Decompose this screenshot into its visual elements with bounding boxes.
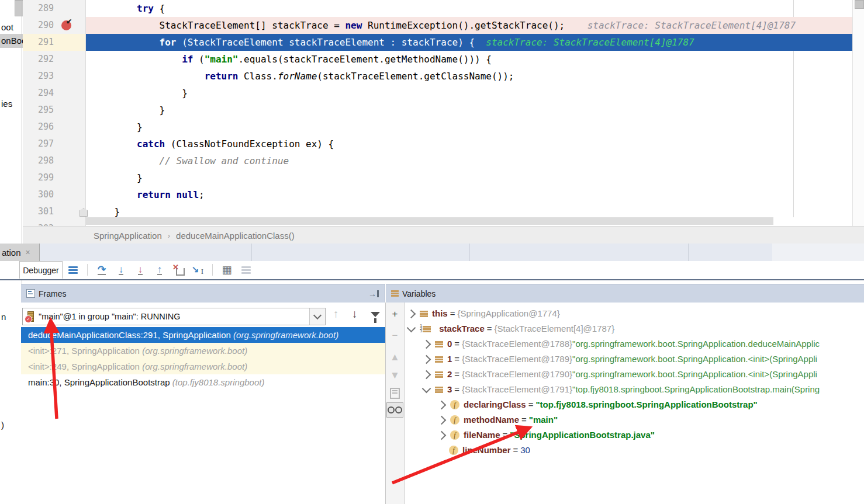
code-line[interactable]: return null; — [86, 186, 205, 203]
variable-value: "main" — [529, 412, 558, 427]
project-tree-item-fragment[interactable]: ) — [1, 420, 4, 430]
variable-name: stackTrace — [439, 321, 485, 336]
project-tree-item-fragment[interactable]: oot — [1, 22, 13, 32]
variable-value: {StackTraceElement@1791} — [462, 382, 572, 397]
debugger-toolbar-row: Debugger ↷↓↓↑✕↘I▦ — [0, 261, 864, 280]
drop-frame-icon[interactable]: ✕ — [172, 263, 186, 277]
code-line[interactable]: return Class.forName(stackTraceElement.g… — [86, 68, 514, 85]
object-icon — [435, 340, 443, 348]
step-into-icon[interactable]: ↓ — [114, 263, 128, 277]
tree-chevron-icon[interactable] — [422, 339, 431, 349]
stack-frame-row[interactable]: <init>:249, SpringApplication (org.sprin… — [21, 359, 385, 374]
stack-frame-row[interactable]: <init>:271, SpringApplication (org.sprin… — [21, 343, 385, 359]
threads-menu-icon[interactable] — [66, 263, 80, 277]
code-line[interactable]: catch (ClassNotFoundException ex) { — [86, 135, 334, 152]
variable-row[interactable]: 123stackTrace={StackTraceElement[4]@1787… — [405, 321, 864, 336]
variable-row[interactable]: this={SpringApplication@1774} — [405, 306, 864, 321]
code-line[interactable]: for (StackTraceElement stackTraceElement… — [86, 34, 694, 51]
editor-vscrollbar-thumb[interactable] — [855, 0, 864, 9]
add-watch-icon[interactable]: + — [386, 307, 404, 321]
tab-debugger-label: Debugger — [23, 266, 59, 275]
breadcrumb-class[interactable]: SpringApplication — [94, 231, 162, 241]
breadcrumb-separator-icon: › — [168, 231, 170, 240]
run-config-tab[interactable]: ation × — [0, 244, 40, 261]
stack-frame-row[interactable]: deduceMainApplicationClass:291, SpringAp… — [21, 327, 385, 343]
code-line[interactable]: } — [86, 102, 165, 119]
code-line[interactable]: // Swallow and continue — [86, 152, 289, 169]
dropdown-chevron-icon[interactable] — [309, 308, 325, 325]
show-watches-icon[interactable] — [386, 403, 404, 417]
project-tree-item-fragment[interactable]: n — [1, 312, 6, 322]
variables-header-label: Variables — [402, 289, 436, 298]
frames-header-label: Frames — [39, 289, 66, 298]
move-up-icon[interactable]: ▲ — [386, 350, 404, 364]
field-icon: f — [449, 446, 458, 455]
next-frame-icon[interactable]: ↓ — [352, 308, 358, 321]
line-number: 298 — [23, 152, 54, 169]
tree-chevron-icon[interactable] — [407, 309, 416, 318]
editor-vscrollbar[interactable] — [852, 0, 864, 226]
variables-icon — [391, 290, 399, 297]
variable-value: "top.fjy8018.springboot.SpringApplicatio… — [535, 397, 757, 412]
duplicate-icon[interactable] — [386, 386, 404, 400]
force-step-into-icon[interactable]: ↓ — [133, 263, 147, 277]
tabstrip-empty-area — [772, 244, 864, 261]
previous-frame-icon[interactable]: ↑ — [333, 308, 339, 321]
remove-watch-icon[interactable]: − — [386, 329, 404, 343]
debug-toolwindow-tabstrip: ation × — [0, 244, 864, 262]
variables-panel: this={SpringApplication@1774}123stackTra… — [405, 303, 864, 504]
code-line[interactable]: } — [86, 85, 188, 102]
tree-chevron-icon[interactable] — [422, 384, 431, 394]
breadcrumb-method[interactable]: deduceMainApplicationClass() — [176, 231, 295, 241]
tree-chevron-icon[interactable] — [437, 430, 447, 440]
code-line[interactable]: } — [86, 119, 143, 135]
tree-chevron-icon[interactable] — [422, 370, 431, 379]
hide-panel-icon[interactable]: → — [368, 290, 379, 297]
tab-debugger[interactable]: Debugger — [19, 261, 63, 279]
breakpoint-verified-check: ✔ — [66, 18, 72, 26]
project-tree-item-fragment[interactable]: ies — [1, 99, 12, 109]
frames-panel: ✓ "main"@1 in group "main": RUNNING ↑ ↓ … — [21, 303, 385, 504]
tabstrip-divider — [251, 244, 252, 261]
move-down-icon[interactable]: ▼ — [386, 369, 404, 383]
step-over-icon[interactable]: ↷ — [95, 263, 109, 277]
code-line[interactable]: if ("main".equals(stackTraceElement.getM… — [86, 51, 492, 68]
thread-icon: ✓ — [26, 311, 35, 322]
variable-row[interactable]: 2={StackTraceElement@1790} "org.springfr… — [405, 367, 864, 382]
variable-row[interactable]: 1={StackTraceElement@1789} "org.springfr… — [405, 352, 864, 367]
variable-name: 1 — [447, 352, 452, 367]
variable-row[interactable]: fdeclaringClass="top.fjy8018.springboot.… — [405, 397, 864, 412]
tabstrip-divider — [688, 244, 689, 261]
code-line[interactable]: StackTraceElement[] stackTrace = new Run… — [86, 17, 796, 34]
line-number: 297 — [23, 135, 54, 152]
line-number: 300 — [23, 186, 54, 203]
close-icon[interactable]: × — [26, 248, 30, 257]
variable-row[interactable]: ffileName="SpringApplicationBootstrap.ja… — [405, 427, 864, 443]
step-out-icon[interactable]: ↑ — [153, 263, 167, 277]
ide-debug-screen: ootonBootiesn) 289 try {290✔ StackTraceE… — [0, 0, 864, 504]
layout-settings-icon[interactable] — [239, 263, 253, 277]
code-line[interactable]: try { — [86, 0, 165, 17]
variable-row[interactable]: flineNumber=30 — [405, 443, 864, 458]
editor-hscrollbar-thumb[interactable] — [86, 217, 773, 225]
variable-value: "org.springframework.boot.SpringApplicat… — [572, 352, 817, 367]
variable-name: lineNumber — [462, 443, 511, 458]
variable-value: {StackTraceElement@1790} — [462, 367, 572, 382]
variable-row[interactable]: 0={StackTraceElement@1788} "org.springfr… — [405, 336, 864, 352]
tree-chevron-icon[interactable] — [437, 415, 447, 425]
line-number: 295 — [23, 102, 54, 119]
variable-row[interactable]: fmethodName="main" — [405, 412, 864, 427]
variable-row[interactable]: 3={StackTraceElement@1791} "top.fjy8018.… — [405, 382, 864, 397]
line-number: 299 — [23, 169, 54, 186]
evaluate-expression-icon[interactable]: ▦ — [220, 263, 234, 277]
tree-chevron-icon[interactable] — [422, 354, 431, 364]
run-to-cursor-icon[interactable]: ↘I — [191, 263, 205, 277]
variable-name: 0 — [447, 336, 452, 352]
tree-chevron-icon[interactable] — [407, 324, 416, 333]
object-icon — [435, 386, 443, 394]
code-line[interactable]: } — [86, 169, 143, 186]
stack-frame-row[interactable]: main:30, SpringApplicationBootstrap (top… — [21, 374, 385, 390]
thread-selector-dropdown[interactable]: ✓ "main"@1 in group "main": RUNNING — [22, 308, 326, 325]
tree-chevron-icon[interactable] — [437, 400, 447, 409]
line-number: 291 — [23, 34, 54, 51]
